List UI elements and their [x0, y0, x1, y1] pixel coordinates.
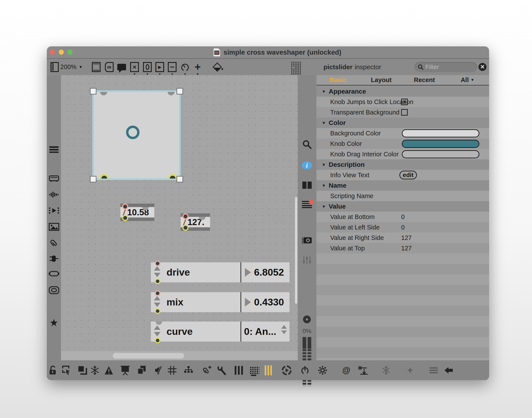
menu-down-arrow[interactable] [281, 330, 287, 334]
collapse-triangle-icon[interactable]: ▼ [322, 183, 326, 188]
section-header[interactable]: ▼ Appearance [316, 86, 489, 97]
duplicate-icon[interactable] [137, 360, 147, 380]
object-icon[interactable] [47, 286, 61, 294]
sidebar-toggle-icon[interactable] [49, 59, 60, 75]
menu-icon[interactable] [47, 146, 61, 153]
menu-icon[interactable] [428, 360, 439, 380]
audio-icon[interactable] [47, 191, 61, 198]
snippet-icon[interactable] [47, 271, 61, 277]
new-dial-icon[interactable]: ▾ [180, 59, 190, 75]
attach-plus-icon[interactable] [201, 360, 212, 380]
signal-bars-icon[interactable] [264, 360, 274, 380]
vertical-scrollbar-thumb[interactable] [295, 197, 297, 304]
number-box[interactable]: /127. [181, 213, 210, 231]
color-swatch[interactable] [402, 150, 479, 158]
resize-handle[interactable] [176, 176, 183, 182]
decrement-arrow[interactable] [154, 332, 161, 336]
checkbox-checked[interactable]: × [401, 99, 408, 105]
attribute-value[interactable]: 127 [401, 232, 412, 243]
filter-input[interactable]: Filter [415, 62, 477, 72]
section-header[interactable]: ▼ Color [316, 117, 489, 128]
console-drawer-icon[interactable] [47, 175, 61, 182]
patcher-grid-icon[interactable] [291, 62, 301, 74]
attribute-at-icon[interactable]: @ [341, 360, 352, 380]
minimize-window-button[interactable] [59, 50, 64, 55]
attrui-curve[interactable]: curve 0: An... [151, 322, 289, 342]
hierarchy-icon[interactable] [183, 360, 194, 380]
resize-handle[interactable] [176, 88, 183, 94]
tab-recent[interactable]: Recent [403, 75, 446, 85]
increment-arrow[interactable] [154, 325, 161, 330]
projector-icon[interactable] [120, 360, 130, 380]
attribute-value[interactable]: 0 [401, 222, 405, 232]
decrement-arrow[interactable] [154, 273, 161, 277]
new-slider-icon[interactable]: ▾ [167, 59, 177, 75]
increment-arrow[interactable] [154, 266, 161, 271]
increment-arrow[interactable] [154, 296, 161, 301]
zoom-level-dropdown[interactable]: 200%▼ [60, 59, 83, 75]
settings-gear-icon[interactable] [317, 360, 328, 380]
new-number-icon[interactable]: ▾ [143, 59, 152, 75]
image-icon[interactable] [47, 223, 61, 231]
new-button-icon[interactable]: ▶ ▾ [155, 59, 164, 75]
select-tool-icon[interactable] [62, 360, 72, 380]
pictslider-object[interactable] [92, 90, 181, 180]
power-icon[interactable] [300, 360, 310, 380]
wrench-icon[interactable] [217, 360, 227, 380]
pictslider-knob[interactable] [126, 126, 139, 139]
close-inspector-button[interactable]: ✕ [478, 63, 486, 71]
grid-snap-icon[interactable] [167, 360, 177, 380]
activity-target-icon[interactable] [281, 360, 292, 380]
tab-basic[interactable]: Basic [316, 75, 359, 85]
step-sequencer-icon[interactable] [249, 360, 260, 380]
resize-handle[interactable] [90, 88, 96, 94]
tab-layout[interactable]: Layout [359, 75, 403, 85]
plug-icon[interactable] [47, 255, 61, 263]
decrement-arrow[interactable] [154, 303, 161, 307]
collapse-triangle-icon[interactable]: ▼ [322, 89, 326, 94]
collapse-triangle-icon[interactable]: ▼ [322, 204, 326, 209]
new-message-icon[interactable]: m [104, 59, 114, 75]
color-swatch[interactable] [402, 129, 479, 137]
bars-icon[interactable] [233, 360, 244, 380]
tab-all[interactable]: All▼ [446, 75, 489, 85]
freeze-attribute-icon[interactable] [381, 360, 391, 380]
camera-icon[interactable] [298, 236, 316, 244]
close-window-button[interactable] [50, 50, 55, 55]
zoom-window-button[interactable] [68, 50, 72, 55]
console-list-icon[interactable] [298, 201, 316, 209]
collapse-triangle-icon[interactable]: ▼ [322, 121, 326, 125]
presentation-icon[interactable] [77, 360, 88, 380]
video-icon[interactable] [47, 207, 61, 214]
debug-warning-icon[interactable] [104, 360, 114, 380]
menu-up-arrow[interactable] [281, 325, 287, 329]
info-icon[interactable]: i [298, 161, 316, 169]
freeze-icon[interactable] [90, 360, 100, 380]
patcher-canvas[interactable]: /10.58 /127. drive 6.8052 mix 0.4330 [61, 75, 298, 360]
horizontal-scrollbar-thumb[interactable] [113, 353, 184, 359]
mixer-icon[interactable] [298, 256, 316, 265]
record-icon[interactable] [298, 315, 316, 323]
attribute-value[interactable]: 0 [401, 212, 405, 222]
add-attribute-icon[interactable]: + [405, 360, 415, 380]
favorites-star-icon[interactable]: ★ [47, 317, 61, 328]
resize-handle[interactable] [90, 176, 96, 182]
checkbox-unchecked[interactable] [401, 109, 408, 116]
audio-mute-icon[interactable] [153, 360, 164, 380]
split-view-icon[interactable] [298, 182, 316, 189]
collapse-triangle-icon[interactable]: ▼ [322, 163, 326, 167]
attrui-drive[interactable]: drive 6.8052 [151, 262, 289, 282]
attrui-mix[interactable]: mix 0.4330 [151, 292, 289, 312]
attribute-value[interactable]: 127 [401, 243, 412, 253]
search-icon[interactable] [298, 139, 316, 149]
number-box[interactable]: /10.58 [120, 204, 154, 221]
swap-arrows-icon[interactable] [358, 360, 369, 380]
horizontal-scrollbar[interactable] [61, 351, 298, 360]
color-swatch[interactable] [402, 140, 479, 148]
section-header[interactable]: ▼ Name [316, 180, 489, 191]
back-arrow-icon[interactable] [443, 360, 454, 380]
new-object-icon[interactable] [92, 59, 101, 75]
paperclip-icon[interactable] [47, 239, 61, 248]
edit-button[interactable]: edit [399, 171, 417, 179]
section-header[interactable]: ▼ Description [316, 159, 489, 170]
